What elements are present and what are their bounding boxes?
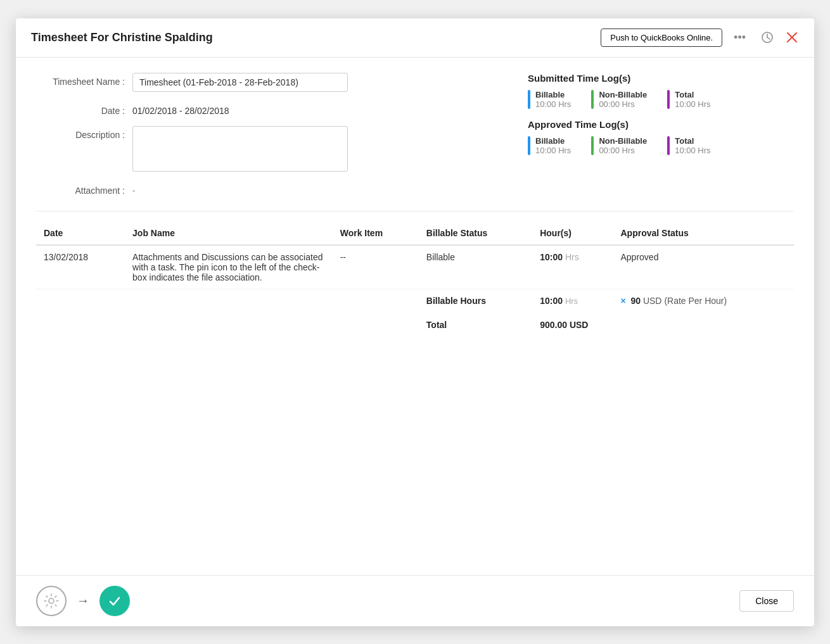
attachment-value: - (132, 182, 136, 196)
section-divider (36, 211, 794, 212)
header-actions: Push to QuickBooks Online. ••• (601, 28, 799, 47)
row-approval-status: Approved (613, 245, 794, 289)
rate-unit: USD (643, 296, 662, 306)
modal-header: Timesheet For Christine Spalding Push to… (16, 18, 814, 58)
approved-non-billable-bar (591, 136, 594, 155)
form-left: Timesheet Name : Date : 01/02/2018 - 28/… (36, 73, 502, 196)
timesheet-name-input[interactable] (132, 73, 348, 92)
approved-nonbillable-label: Non-Billable (599, 136, 647, 146)
col-date: Date (36, 222, 125, 245)
row-work-item: -- (333, 245, 419, 289)
date-row: Date : 01/02/2018 - 28/02/2018 (36, 102, 502, 116)
x-icon (785, 30, 799, 44)
col-billable-status: Billable Status (419, 222, 532, 245)
modal-footer: → Close (16, 575, 814, 626)
approved-total-item: Total 10:00 Hrs (667, 136, 710, 155)
approved-billable-bar (528, 136, 530, 155)
status-icon-circle (36, 586, 67, 616)
row-billable-status: Billable (419, 245, 532, 289)
approved-time-logs: Approved Time Log(s) Billable 10:00 Hrs (528, 119, 794, 155)
submitted-billable-value: 10:00 Hrs (535, 99, 571, 109)
history-button[interactable] (757, 30, 777, 45)
submitted-billable-label: Billable (535, 90, 571, 99)
close-button[interactable]: Close (739, 590, 794, 612)
submitted-nonbillable-value: 00:00 Hrs (599, 99, 647, 109)
col-job-name: Job Name (125, 222, 333, 245)
total-row: Total 900.00 USD (36, 312, 794, 336)
empty-cell (36, 289, 419, 312)
row-job-name: Attachments and Discussions can be assoc… (125, 245, 333, 289)
svg-point-3 (49, 598, 54, 603)
billable-bar (528, 90, 530, 109)
billable-hours-label: Billable Hours (419, 289, 532, 312)
approved-total-bar (667, 136, 670, 155)
close-x-button[interactable] (785, 30, 799, 44)
submitted-nonbillable-item: Non-Billable 00:00 Hrs (591, 90, 647, 109)
attachment-row: Attachment : - (36, 182, 502, 196)
timesheet-name-label: Timesheet Name : (36, 73, 125, 87)
total-label-cell: Total (419, 312, 532, 336)
description-label: Description : (36, 126, 125, 140)
rate-label: (Rate Per Hour) (664, 296, 727, 306)
col-hours: Hour(s) (532, 222, 613, 245)
date-label: Date : (36, 102, 125, 116)
clock-history-icon (761, 31, 774, 44)
description-input[interactable] (132, 126, 348, 172)
rate-value: 90 (630, 296, 641, 306)
hours-value: 10:00 (540, 252, 563, 262)
ellipsis-icon: ••• (734, 31, 746, 44)
submitted-nonbillable-label: Non-Billable (599, 90, 647, 99)
push-to-quickbooks-button[interactable]: Push to QuickBooks Online. (601, 28, 722, 47)
approved-nonbillable-item: Non-Billable 00:00 Hrs (591, 136, 647, 155)
submitted-logs-title: Submitted Time Log(s) (528, 73, 794, 84)
footer-left: → (36, 586, 130, 616)
non-billable-bar (591, 90, 594, 109)
attachment-label: Attachment : (36, 182, 125, 196)
gear-icon (43, 593, 60, 609)
date-value: 01/02/2018 - 28/02/2018 (132, 102, 229, 116)
submitted-logs-row: Billable 10:00 Hrs Non-Billable 00:00 Hr… (528, 90, 794, 109)
billable-hours-row: Billable Hours 10:00 Hrs × 90 USD (Rate … (36, 289, 794, 312)
arrow-right-icon: → (77, 593, 89, 608)
timesheet-name-row: Timesheet Name : (36, 73, 502, 92)
submitted-billable-item: Billable 10:00 Hrs (528, 90, 571, 109)
more-options-button[interactable]: ••• (730, 30, 750, 46)
hours-unit: Hrs (565, 252, 579, 262)
timesheet-modal: Timesheet For Christine Spalding Push to… (16, 18, 814, 626)
table-header-row: Date Job Name Work Item Billable Status … (36, 222, 794, 245)
approved-nonbillable-value: 00:00 Hrs (599, 146, 647, 155)
col-work-item: Work Item (333, 222, 419, 245)
approved-logs-row: Billable 10:00 Hrs Non-Billable 00:00 Hr… (528, 136, 794, 155)
form-section: Timesheet Name : Date : 01/02/2018 - 28/… (36, 73, 794, 196)
timesheet-table: Date Job Name Work Item Billable Status … (36, 222, 794, 336)
approved-logs-title: Approved Time Log(s) (528, 119, 794, 130)
billable-hours-value: 10:00 Hrs (532, 289, 613, 312)
description-row: Description : (36, 126, 502, 172)
multiply-icon: × (620, 296, 625, 306)
total-empty (36, 312, 419, 336)
modal-body: Timesheet Name : Date : 01/02/2018 - 28/… (16, 58, 814, 575)
row-hours: 10:00 Hrs (532, 245, 613, 289)
total-value-cell: 900.00 USD (532, 312, 794, 336)
submitted-total-label: Total (675, 90, 710, 99)
rate-info-cell: × 90 USD (Rate Per Hour) (613, 289, 794, 312)
modal-title: Timesheet For Christine Spalding (31, 31, 213, 44)
submitted-total-value: 10:00 Hrs (675, 99, 710, 109)
approved-billable-item: Billable 10:00 Hrs (528, 136, 571, 155)
approved-checkmark (99, 586, 130, 616)
col-approval-status: Approval Status (613, 222, 794, 245)
approved-total-label: Total (675, 136, 710, 146)
approved-billable-value: 10:00 Hrs (535, 146, 571, 155)
submitted-time-logs: Submitted Time Log(s) Billable 10:00 Hrs (528, 73, 794, 109)
time-logs-section: Submitted Time Log(s) Billable 10:00 Hrs (528, 73, 794, 196)
table-row: 13/02/2018 Attachments and Discussions c… (36, 245, 794, 289)
row-date: 13/02/2018 (36, 245, 125, 289)
approved-total-value: 10:00 Hrs (675, 146, 710, 155)
checkmark-icon (107, 593, 122, 609)
approved-billable-label: Billable (535, 136, 571, 146)
submitted-total-item: Total 10:00 Hrs (667, 90, 710, 109)
total-bar (667, 90, 670, 109)
